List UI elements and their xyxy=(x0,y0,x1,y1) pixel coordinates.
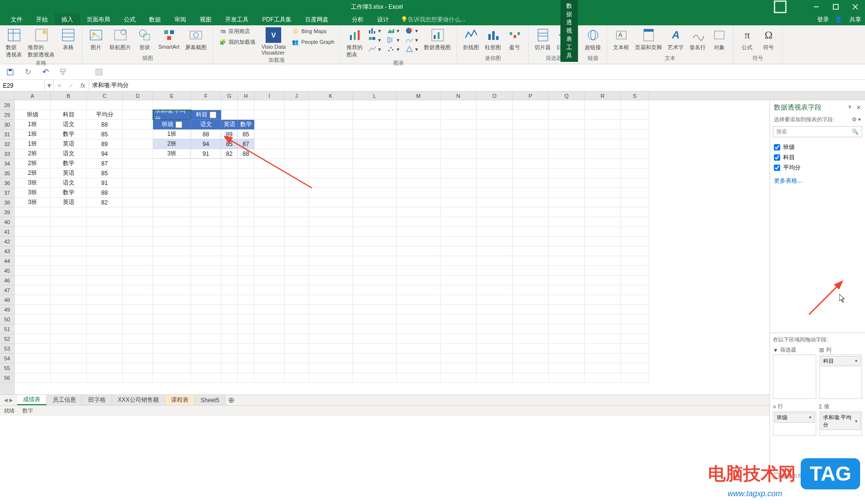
cell[interactable] xyxy=(123,276,153,285)
cell[interactable] xyxy=(397,305,441,315)
cell[interactable]: 数学 xyxy=(51,130,87,139)
cell[interactable] xyxy=(513,237,549,246)
cell[interactable] xyxy=(441,198,477,207)
chart-type-3[interactable]: ▾ xyxy=(366,45,383,54)
cell[interactable] xyxy=(285,246,309,256)
sheet-tab-0[interactable]: 成绩表 xyxy=(17,395,47,405)
tab-formulas[interactable]: 公式 xyxy=(117,14,142,25)
cell[interactable]: 1班 xyxy=(15,120,51,130)
cell[interactable] xyxy=(397,139,441,149)
cell[interactable]: 3班 xyxy=(15,188,51,198)
cell[interactable] xyxy=(123,198,153,207)
col-header-D[interactable]: D xyxy=(123,92,153,100)
cell[interactable] xyxy=(549,315,585,324)
chart-type-9[interactable]: ▾ xyxy=(404,45,420,54)
cell[interactable] xyxy=(238,237,254,246)
cell[interactable] xyxy=(87,354,123,363)
cell[interactable] xyxy=(309,256,353,266)
ribbon-display-options-icon[interactable] xyxy=(773,0,787,14)
cell[interactable] xyxy=(353,344,397,354)
cell[interactable] xyxy=(123,237,153,246)
cell[interactable] xyxy=(51,324,87,334)
pivot-value-label-cell[interactable]: 求和项:平均分 xyxy=(153,110,191,120)
name-box-dropdown[interactable]: ▾ xyxy=(45,80,54,91)
cell[interactable] xyxy=(238,363,254,373)
undo-button[interactable]: ↶ xyxy=(41,68,50,76)
cell[interactable] xyxy=(549,344,585,354)
cell[interactable] xyxy=(51,217,87,227)
cell[interactable] xyxy=(285,354,309,363)
cell[interactable] xyxy=(397,285,441,295)
cell[interactable]: 数学 xyxy=(51,188,87,198)
cell[interactable] xyxy=(238,217,254,227)
cell[interactable] xyxy=(585,120,621,130)
row-header-50[interactable]: 50 xyxy=(0,315,14,324)
cell[interactable] xyxy=(513,285,549,295)
cell[interactable] xyxy=(353,334,397,344)
cell[interactable] xyxy=(309,120,353,130)
cell[interactable] xyxy=(441,266,477,276)
cell[interactable] xyxy=(397,100,441,110)
cell[interactable] xyxy=(585,246,621,256)
cell[interactable] xyxy=(397,149,441,159)
cell[interactable] xyxy=(191,344,221,354)
col-header-P[interactable]: P xyxy=(513,92,549,100)
cell[interactable] xyxy=(549,266,585,276)
online-pictures-button[interactable]: 联机图片 xyxy=(108,26,133,52)
cell[interactable] xyxy=(549,149,585,159)
cell[interactable] xyxy=(254,217,285,227)
cell[interactable] xyxy=(621,110,649,120)
cell[interactable] xyxy=(621,139,649,149)
cell[interactable] xyxy=(441,217,477,227)
cell[interactable] xyxy=(87,344,123,354)
cell[interactable] xyxy=(191,295,221,305)
cell[interactable] xyxy=(285,110,309,120)
cell[interactable] xyxy=(441,305,477,315)
cell[interactable] xyxy=(285,100,309,110)
header-footer-button[interactable]: 页眉和页脚 xyxy=(633,26,664,52)
cell[interactable] xyxy=(353,139,397,149)
cell[interactable] xyxy=(15,246,51,256)
login-link[interactable]: 登录 xyxy=(817,16,829,24)
cell[interactable] xyxy=(513,198,549,207)
cell[interactable] xyxy=(254,110,285,120)
cell[interactable] xyxy=(254,315,285,324)
cell[interactable] xyxy=(191,266,221,276)
cell[interactable] xyxy=(309,100,353,110)
cell[interactable] xyxy=(221,227,238,237)
cell[interactable] xyxy=(477,246,513,256)
row-header-30[interactable]: 30 xyxy=(0,120,14,130)
cell[interactable] xyxy=(15,295,51,305)
cell[interactable] xyxy=(51,256,87,266)
cell[interactable] xyxy=(585,305,621,315)
cell[interactable] xyxy=(285,276,309,285)
pivot-chart-button[interactable]: 数据透视图 xyxy=(422,26,453,52)
cell[interactable] xyxy=(51,344,87,354)
cell[interactable] xyxy=(123,324,153,334)
cell[interactable] xyxy=(621,363,649,373)
field-checkbox[interactable] xyxy=(774,165,780,171)
cell[interactable] xyxy=(441,246,477,256)
col-header-B[interactable]: B xyxy=(51,92,87,100)
cell[interactable] xyxy=(254,130,285,139)
cell[interactable] xyxy=(254,266,285,276)
chart-type-4[interactable]: ▾ xyxy=(385,26,402,35)
field-checkbox[interactable] xyxy=(774,154,780,161)
close-button[interactable] xyxy=(846,0,865,14)
cell[interactable] xyxy=(153,373,191,383)
cell[interactable] xyxy=(621,315,649,324)
sheet-tab-4[interactable]: 课程表 xyxy=(165,395,195,405)
field-item-1[interactable]: 科目 xyxy=(774,152,861,163)
cell[interactable] xyxy=(285,178,309,188)
cell[interactable] xyxy=(238,100,254,110)
cell[interactable] xyxy=(549,373,585,383)
pivot-row-field-cell[interactable]: 班级▾ xyxy=(153,120,191,130)
cell[interactable] xyxy=(477,110,513,120)
smartart-button[interactable]: SmartArt xyxy=(156,26,181,51)
cell[interactable] xyxy=(285,159,309,168)
cell[interactable] xyxy=(441,110,477,120)
cell[interactable] xyxy=(221,168,238,178)
cell[interactable] xyxy=(15,237,51,246)
pivot-value-cell[interactable]: 94 xyxy=(191,139,221,149)
filter-area[interactable] xyxy=(773,355,816,399)
